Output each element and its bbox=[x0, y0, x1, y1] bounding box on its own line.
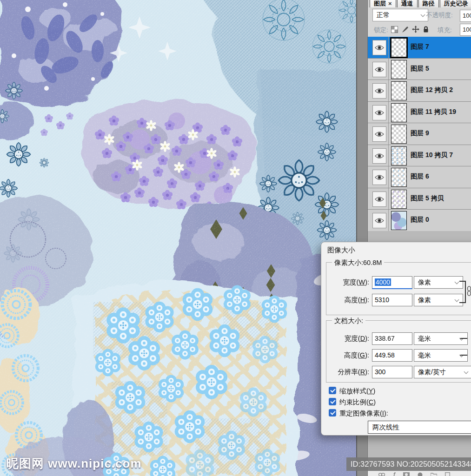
layer-thumbnail[interactable] bbox=[391, 60, 407, 79]
pixel-dimensions-group: 像素大小:60.8M 宽度(W): 4000 像素 高度(H): 5310 像素 bbox=[326, 262, 471, 315]
dialog-title: 图像大小 bbox=[327, 246, 355, 255]
link-layers-icon[interactable] bbox=[378, 472, 385, 476]
resample-method-select[interactable]: 两次线性 bbox=[368, 421, 471, 434]
layer-row-7[interactable]: 图层 7 bbox=[368, 37, 471, 59]
tab-paths[interactable]: 路径 bbox=[418, 0, 439, 7]
lock-move-icon[interactable] bbox=[412, 26, 419, 33]
visibility-toggle[interactable] bbox=[372, 148, 386, 164]
tab-layers[interactable]: 图层× bbox=[370, 0, 396, 7]
doc-width-label: 宽度(D): bbox=[330, 334, 369, 343]
layer-row-6[interactable]: 图层 6 bbox=[368, 166, 471, 188]
chevron-down-icon bbox=[455, 280, 459, 284]
lock-label: 锁定: bbox=[374, 26, 388, 34]
doc-constrain-tick-1 bbox=[460, 338, 467, 339]
pixel-height-unit-select[interactable]: 像素 bbox=[414, 294, 463, 306]
canvas-artwork[interactable] bbox=[0, 0, 356, 476]
layer-style-fx-icon[interactable]: f bbox=[393, 472, 395, 476]
image-size-dialog: 图像大小 像素大小:60.8M 宽度(W): 4000 像素 高度(H): 53… bbox=[321, 242, 471, 436]
blend-mode-select[interactable]: 正常 bbox=[372, 9, 428, 21]
eye-icon bbox=[375, 131, 384, 137]
layer-row-11-copy-19[interactable]: 图层 11 拷贝 19 bbox=[368, 102, 471, 124]
layer-mask-icon[interactable] bbox=[403, 472, 410, 476]
pixel-width-unit-select[interactable]: 像素 bbox=[414, 276, 463, 289]
layer-name[interactable]: 图层 10 拷贝 7 bbox=[411, 151, 453, 159]
layer-thumbnail[interactable] bbox=[391, 190, 407, 209]
constrain-proportions-checkbox[interactable] bbox=[329, 398, 336, 405]
lock-transparency-icon[interactable] bbox=[391, 26, 398, 33]
eye-icon bbox=[375, 66, 384, 73]
doc-height-input[interactable]: 449.58 bbox=[372, 349, 412, 362]
eye-icon bbox=[375, 174, 384, 180]
doc-width-input[interactable]: 338.67 bbox=[372, 332, 412, 345]
eye-icon bbox=[375, 218, 384, 224]
layer-thumbnail[interactable] bbox=[391, 146, 407, 165]
scale-styles-label: 缩放样式(Y) bbox=[339, 387, 375, 396]
layer-name[interactable]: 图层 6 bbox=[411, 172, 429, 181]
layer-thumbnail[interactable] bbox=[391, 125, 407, 144]
tab-history[interactable]: 历史记录 bbox=[440, 0, 471, 7]
eye-icon bbox=[375, 45, 384, 51]
resample-image-label: 重定图像像素(I): bbox=[339, 409, 388, 418]
layer-row-10-copy-7[interactable]: 图层 10 拷贝 7 bbox=[368, 145, 471, 167]
layer-thumbnail[interactable] bbox=[391, 81, 407, 100]
layer-name[interactable]: 图层 9 bbox=[411, 129, 429, 138]
tab-channels[interactable]: 通道 bbox=[397, 0, 418, 7]
doc-height-unit-select[interactable]: 毫米 bbox=[414, 349, 468, 362]
doc-width-unit-select[interactable]: 毫米 bbox=[414, 332, 468, 345]
resample-image-checkbox[interactable] bbox=[329, 409, 336, 416]
chevron-down-icon bbox=[455, 298, 459, 302]
constrain-proportions-label: 约束比例(C) bbox=[339, 398, 376, 407]
visibility-toggle[interactable] bbox=[372, 83, 386, 99]
chevron-down-icon bbox=[421, 13, 425, 17]
visibility-toggle[interactable] bbox=[372, 213, 386, 228]
lock-all-icon[interactable] bbox=[423, 26, 429, 33]
scale-styles-checkbox[interactable] bbox=[329, 387, 336, 394]
lock-paint-brush-icon[interactable] bbox=[401, 26, 409, 33]
resolution-unit-select[interactable]: 像素/英寸 bbox=[414, 366, 471, 378]
grain-overlay-dark bbox=[0, 0, 356, 476]
layers-list: 图层 7 图层 5 图层 12 拷贝 2 图层 11 拷贝 19 图层 9 图层… bbox=[368, 37, 471, 231]
layer-name[interactable]: 图层 0 bbox=[411, 216, 429, 224]
eye-icon bbox=[375, 196, 384, 202]
pixel-height-label: 高度(H): bbox=[330, 296, 369, 304]
new-group-icon[interactable] bbox=[431, 472, 437, 476]
layer-thumbnail[interactable] bbox=[391, 103, 407, 122]
lock-row: 锁定: 填充: 100% bbox=[368, 22, 471, 37]
layer-row-9[interactable]: 图层 9 bbox=[368, 123, 471, 145]
pixel-width-input[interactable]: 4000 bbox=[372, 276, 412, 289]
layer-row-0[interactable]: 图层 0 bbox=[368, 210, 471, 231]
new-layer-icon[interactable] bbox=[445, 472, 450, 476]
pixel-dimensions-legend: 像素大小:60.8M bbox=[332, 258, 384, 267]
resolution-input[interactable]: 300 bbox=[372, 366, 412, 378]
layer-thumbnail[interactable] bbox=[391, 168, 407, 187]
pixel-height-input[interactable]: 5310 bbox=[372, 294, 412, 306]
layer-row-5[interactable]: 图层 5 bbox=[368, 59, 471, 80]
layer-name[interactable]: 图层 11 拷贝 19 bbox=[411, 108, 456, 116]
layer-thumbnail[interactable] bbox=[391, 38, 407, 57]
visibility-toggle[interactable] bbox=[372, 192, 386, 207]
layer-row-12-copy-2[interactable]: 图层 12 拷贝 2 bbox=[368, 80, 471, 102]
doc-constrain-tick-2 bbox=[460, 355, 467, 356]
resolution-label: 分辨率(R): bbox=[326, 368, 369, 377]
visibility-toggle[interactable] bbox=[372, 40, 386, 55]
layer-name[interactable]: 图层 5 拷贝 bbox=[411, 194, 444, 203]
panel-bottom-toolbar: f bbox=[368, 470, 471, 476]
opacity-label: 不透明度: bbox=[426, 11, 453, 20]
layer-name[interactable]: 图层 7 bbox=[411, 43, 429, 51]
visibility-toggle[interactable] bbox=[372, 105, 386, 120]
fill-input[interactable]: 100% bbox=[460, 24, 471, 36]
chevron-down-icon bbox=[464, 370, 469, 374]
eye-icon bbox=[375, 88, 384, 94]
layer-row-5-copy[interactable]: 图层 5 拷贝 bbox=[368, 188, 471, 210]
layer-name[interactable]: 图层 5 bbox=[411, 65, 429, 73]
opacity-input[interactable]: 100% bbox=[460, 10, 471, 22]
visibility-toggle[interactable] bbox=[372, 62, 386, 77]
layer-name[interactable]: 图层 12 拷贝 2 bbox=[411, 86, 453, 94]
visibility-toggle[interactable] bbox=[372, 170, 386, 185]
tab-close-icon[interactable]: × bbox=[388, 0, 392, 7]
layer-thumbnail[interactable] bbox=[391, 211, 407, 230]
visibility-toggle[interactable] bbox=[372, 126, 386, 142]
adjustment-layer-icon[interactable] bbox=[418, 472, 423, 476]
pattern-design-svg bbox=[0, 0, 356, 476]
doc-height-label: 高度(G): bbox=[330, 351, 369, 360]
